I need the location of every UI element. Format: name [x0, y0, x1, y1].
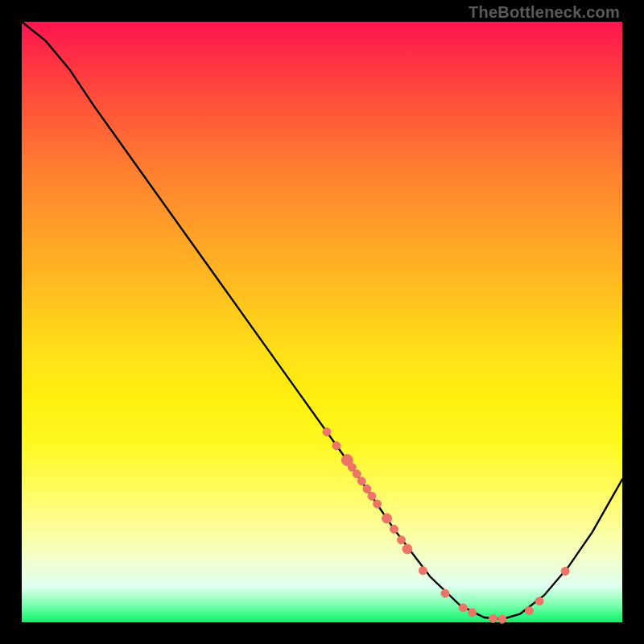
chart-container: TheBottleneck.com: [0, 0, 644, 644]
data-marker: [535, 597, 543, 605]
data-marker: [382, 514, 392, 523]
data-marker: [353, 470, 361, 478]
data-marker: [441, 589, 449, 597]
chart-svg: [22, 22, 622, 622]
bottleneck-curve: [22, 22, 622, 619]
data-marker: [489, 615, 497, 623]
data-marker: [390, 525, 398, 533]
data-marker: [363, 485, 371, 493]
data-marker: [357, 477, 365, 485]
data-marker: [525, 607, 533, 615]
data-marker: [323, 428, 331, 436]
data-markers: [323, 428, 569, 624]
data-marker: [374, 500, 382, 508]
data-marker: [561, 568, 569, 576]
data-marker: [459, 604, 467, 612]
data-marker: [332, 442, 341, 450]
data-marker: [402, 544, 412, 554]
data-marker: [419, 567, 427, 575]
data-marker: [368, 492, 376, 500]
watermark-text: TheBottleneck.com: [469, 3, 620, 22]
data-marker: [469, 609, 477, 617]
data-marker: [397, 536, 405, 544]
data-marker: [498, 615, 506, 623]
